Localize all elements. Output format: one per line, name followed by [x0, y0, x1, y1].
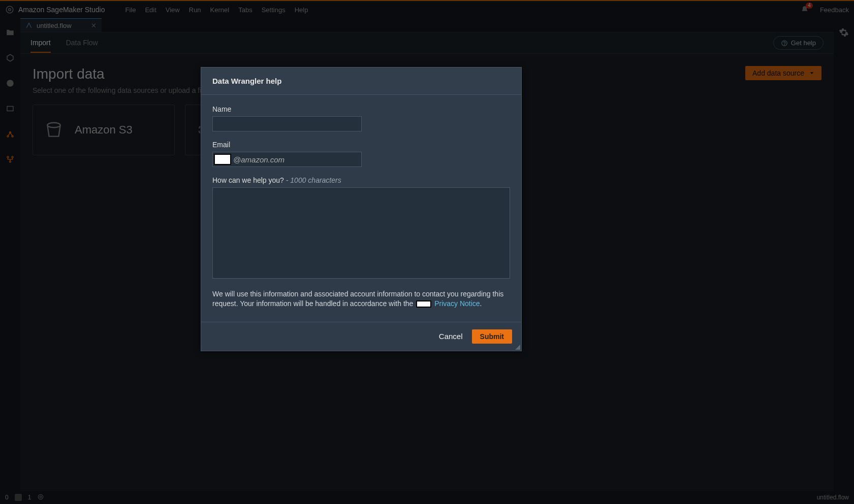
privacy-masked-word — [416, 300, 431, 308]
modal-footer: Cancel Submit — [201, 322, 521, 351]
help-question-text: How can we help you? — [212, 176, 284, 184]
email-input[interactable]: @amazon.com — [212, 152, 362, 167]
privacy-post: . — [480, 299, 482, 308]
name-input[interactable] — [212, 116, 362, 131]
modal-title: Data Wrangler help — [201, 68, 521, 95]
privacy-text: We will use this information and associa… — [212, 289, 510, 309]
help-modal: Data Wrangler help Name Email @amazon.co… — [201, 67, 522, 351]
help-question-hint: - 1000 characters — [284, 176, 341, 184]
email-domain: @amazon.com — [233, 155, 284, 164]
help-question-label: How can we help you? - 1000 characters — [212, 176, 510, 184]
cancel-button[interactable]: Cancel — [439, 332, 463, 341]
email-masked-user — [214, 154, 231, 165]
help-textarea[interactable] — [212, 187, 510, 279]
resize-handle-icon[interactable] — [515, 345, 520, 350]
name-label: Name — [212, 105, 510, 113]
submit-button[interactable]: Submit — [472, 329, 512, 344]
privacy-notice-link[interactable]: Privacy Notice — [434, 299, 480, 308]
email-label: Email — [212, 141, 510, 149]
